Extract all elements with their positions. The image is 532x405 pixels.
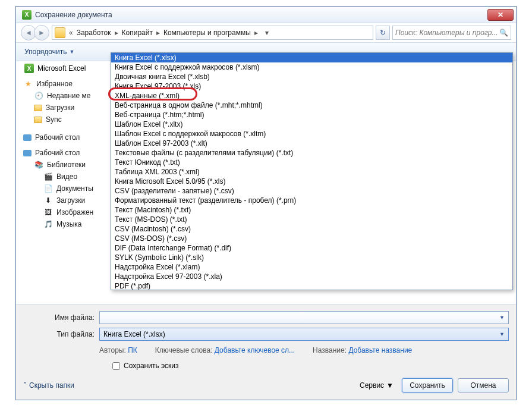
- doc-title-label: Название:: [313, 346, 347, 354]
- filetype-option[interactable]: Шаблон Excel (*.xltx): [111, 120, 512, 129]
- filetype-option[interactable]: Текст (Macintosh) (*.txt): [111, 205, 512, 215]
- folder-icon: [55, 27, 65, 38]
- excel-icon: X: [24, 64, 34, 73]
- filetype-option[interactable]: Текст (MS-DOS) (*.txt): [111, 215, 512, 224]
- sidebar-images[interactable]: 🖼Изображен: [23, 206, 123, 218]
- chevron-down-icon: ▼: [499, 315, 505, 321]
- sidebar-downloads2[interactable]: ⬇Загрузки: [23, 194, 123, 206]
- tools-button[interactable]: Сервис ▼: [356, 381, 397, 390]
- search-input[interactable]: [395, 29, 497, 37]
- save-thumbnail-checkbox[interactable]: [112, 362, 120, 370]
- chevron-down-icon: ▼: [386, 381, 394, 390]
- filetype-option[interactable]: DIF (Data Interchange Format) (*.dif): [111, 243, 512, 253]
- image-icon: 🖼: [43, 208, 53, 217]
- sidebar-libraries[interactable]: 📚Библиотеки: [23, 159, 123, 171]
- nav-row: ◄ ► « Заработок ▸ Копирайт ▸ Компьютеры …: [16, 23, 516, 42]
- address-dropdown[interactable]: ▾: [262, 29, 272, 37]
- filetype-value: Книга Excel (*.xlsx): [103, 330, 165, 338]
- close-icon: ✕: [498, 11, 503, 19]
- sidebar-desktop-top[interactable]: Рабочий стол: [23, 131, 123, 143]
- cancel-button[interactable]: Отмена: [458, 378, 509, 393]
- authors-label: Авторы:: [99, 346, 126, 354]
- filetype-option[interactable]: Книга Microsoft Excel 5.0/95 (*.xls): [111, 177, 512, 186]
- doc-title-value[interactable]: Добавьте название: [348, 346, 412, 354]
- recent-icon: 🕘: [34, 91, 43, 101]
- crumb-1[interactable]: Копирайт: [122, 29, 153, 37]
- filetype-option[interactable]: Шаблон Excel с поддержкой макросов (*.xl…: [111, 129, 512, 139]
- search-icon: 🔍: [499, 29, 508, 37]
- sidebar-downloads[interactable]: Загрузки: [23, 102, 123, 114]
- crumb-2[interactable]: Компьютеры и программы: [163, 29, 251, 37]
- chevron-down-icon: ▼: [499, 331, 505, 337]
- desktop-icon: [23, 150, 32, 156]
- filetype-option[interactable]: Шаблон Excel 97-2003 (*.xlt): [111, 139, 512, 148]
- authors-value[interactable]: ПК: [128, 346, 137, 354]
- save-thumbnail-label: Сохранить эскиз: [124, 362, 179, 370]
- forward-button[interactable]: ►: [34, 25, 49, 40]
- bottom-panel: Имя файла: ▼ Тип файла: Книга Excel (*.x…: [16, 304, 516, 400]
- folder-icon: [34, 105, 42, 111]
- filetype-dropdown[interactable]: Книга Excel (*.xlsx) ▼: [99, 328, 509, 341]
- filetype-option[interactable]: Таблица XML 2003 (*.xml): [111, 167, 512, 177]
- window-title: Сохранение документа: [35, 11, 487, 19]
- chevron-right-icon: ▸: [253, 29, 259, 37]
- folder-icon: [34, 117, 42, 123]
- libraries-icon: 📚: [34, 160, 43, 169]
- favorites-header[interactable]: ★ Избранное: [23, 78, 123, 90]
- filetype-option[interactable]: Книга Excel 97-2003 (*.xls): [111, 81, 512, 91]
- chevron-up-icon: ˄: [23, 381, 27, 390]
- chevron-down-icon: ▼: [69, 49, 74, 55]
- sidebar-documents[interactable]: 📄Документы: [23, 183, 123, 194]
- chevron-right-icon: ▸: [155, 29, 161, 37]
- document-icon: 📄: [43, 184, 53, 193]
- close-button[interactable]: ✕: [487, 9, 514, 21]
- filetype-option[interactable]: Веб-страница в одном файле (*.mht;*.mhtm…: [111, 101, 512, 110]
- desktop-icon: [23, 134, 32, 141]
- search-box[interactable]: 🔍: [392, 26, 511, 40]
- download-icon: ⬇: [43, 196, 53, 205]
- refresh-button[interactable]: ↻: [376, 26, 390, 40]
- filetype-option[interactable]: Надстройка Excel (*.xlam): [111, 262, 512, 272]
- excel-icon: X: [22, 10, 32, 20]
- filetype-option[interactable]: Надстройка Excel 97-2003 (*.xla): [111, 272, 512, 281]
- music-icon: 🎵: [43, 219, 53, 229]
- organize-button[interactable]: Упорядочить ▼: [21, 46, 78, 57]
- filetype-option[interactable]: Двоичная книга Excel (*.xlsb): [111, 72, 512, 81]
- sidebar-sync[interactable]: Sync: [23, 114, 123, 125]
- filetype-option[interactable]: CSV (Macintosh) (*.csv): [111, 224, 512, 234]
- filetype-option[interactable]: Книга Excel с поддержкой макросов (*.xls…: [111, 62, 512, 72]
- filetype-option[interactable]: Текстовые файлы (с разделителями табуляц…: [111, 148, 512, 158]
- crumb-0[interactable]: Заработок: [77, 29, 111, 37]
- star-icon: ★: [23, 79, 33, 89]
- filetype-dropdown-menu[interactable]: Книга Excel (*.xlsx)Книга Excel с поддер…: [111, 52, 513, 290]
- save-button[interactable]: Сохранить: [402, 378, 453, 393]
- filetype-option[interactable]: SYLK (Symbolic Link) (*.slk): [111, 253, 512, 262]
- titlebar: X Сохранение документа ✕: [16, 7, 516, 23]
- hide-folders-button[interactable]: ˄ Скрыть папки: [23, 381, 74, 390]
- content-excel-label[interactable]: Microsoft Excel: [37, 64, 86, 73]
- organize-label: Упорядочить: [24, 48, 67, 56]
- filetype-option[interactable]: CSV (MS-DOS) (*.csv): [111, 234, 512, 243]
- sidebar-desktop[interactable]: Рабочий стол: [23, 147, 123, 159]
- filetype-label: Тип файла:: [23, 330, 95, 338]
- sidebar: X Microsoft Excel ★ Избранное 🕘Недавние …: [16, 61, 123, 304]
- crumb-overflow: «: [68, 29, 74, 37]
- tags-label: Ключевые слова:: [155, 346, 213, 354]
- sidebar-music[interactable]: 🎵Музыка: [23, 218, 123, 230]
- chevron-right-icon: ▸: [114, 29, 119, 37]
- sidebar-video[interactable]: 🎬Видео: [23, 171, 123, 183]
- filetype-option[interactable]: XML-данные (*.xml): [111, 91, 512, 101]
- filename-input[interactable]: ▼: [99, 311, 509, 324]
- filename-label: Имя файла:: [23, 313, 95, 322]
- filetype-option[interactable]: CSV (разделители - запятые) (*.csv): [111, 186, 512, 196]
- sidebar-recent[interactable]: 🕘Недавние ме: [23, 90, 123, 102]
- filetype-option[interactable]: PDF (*.pdf): [111, 281, 512, 290]
- tags-value[interactable]: Добавьте ключевое сл...: [215, 346, 295, 354]
- filetype-option[interactable]: Форматированный текст (разделитель - про…: [111, 196, 512, 205]
- filetype-option[interactable]: Книга Excel (*.xlsx): [111, 53, 512, 62]
- address-bar[interactable]: « Заработок ▸ Копирайт ▸ Компьютеры и пр…: [52, 26, 373, 40]
- filetype-option[interactable]: Веб-страница (*.htm;*.html): [111, 110, 512, 120]
- filetype-option[interactable]: Текст Юникод (*.txt): [111, 158, 512, 167]
- video-icon: 🎬: [43, 172, 53, 181]
